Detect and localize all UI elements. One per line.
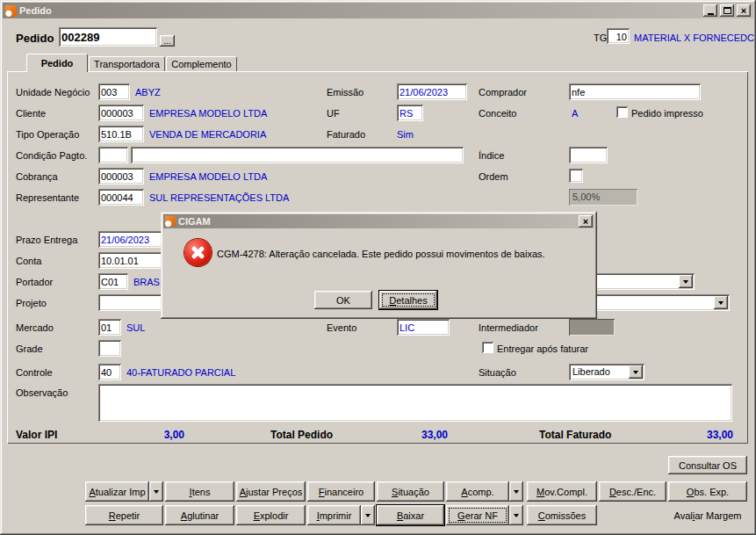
browse-button[interactable]: ...	[160, 35, 175, 47]
observacao-textarea[interactable]	[98, 384, 732, 422]
conceito-label: Conceito	[479, 108, 516, 119]
dialog-message: CGM-4278: Alteração cancelada. Este pedi…	[217, 249, 588, 259]
gerar-nf-button[interactable]: Gerar NF	[446, 505, 509, 525]
acomp-dropdown-button[interactable]	[509, 481, 523, 502]
unidade-negocio-input[interactable]	[98, 83, 130, 100]
portador-label: Portador	[16, 277, 53, 287]
portador-input[interactable]	[98, 273, 128, 290]
tab-complemento[interactable]: Complemento	[166, 56, 237, 71]
prazo-entrega-input[interactable]	[98, 231, 169, 248]
mercado-input[interactable]	[98, 319, 121, 336]
situacao-dropdown[interactable]: Liberado	[569, 364, 644, 380]
intermediador-label: Intermediador	[479, 322, 538, 333]
cobranca-desc: EMPRESA MODELO LTDA	[149, 171, 267, 182]
financeiro-button[interactable]: Financeiro	[307, 481, 375, 502]
repetir-button[interactable]: Repetir	[85, 505, 163, 525]
situacao-label: Situação	[479, 367, 516, 378]
ajustar-precos-button[interactable]: Ajustar Preços	[236, 481, 306, 502]
conta-label: Conta	[16, 256, 41, 266]
condicao-pagto-code-input[interactable]	[98, 147, 128, 163]
close-button[interactable]: ×	[737, 4, 751, 17]
minimize-button[interactable]	[703, 4, 717, 17]
comissao-field: 5,00%	[569, 189, 637, 206]
mercado-desc: SUL	[126, 322, 145, 333]
prazo-entrega-label: Prazo Entrega	[16, 235, 77, 245]
tg-label: TG	[594, 33, 607, 43]
total-pedido-label: Total Pedido	[270, 429, 333, 441]
tipo-operacao-input[interactable]	[98, 126, 144, 142]
atualizar-imp-dropdown-button[interactable]	[149, 481, 163, 502]
baixar-button[interactable]: Baixar	[377, 505, 444, 525]
maximize-button[interactable]	[720, 4, 734, 17]
pedido-number-input[interactable]	[59, 27, 157, 47]
observacao-label: Observação	[16, 387, 68, 398]
evento-input[interactable]	[397, 319, 450, 336]
entregar-apos-faturar-checkbox[interactable]	[482, 342, 493, 353]
representante-input[interactable]	[98, 189, 144, 206]
ok-button[interactable]: OK	[314, 291, 372, 309]
obs-exp-button[interactable]: Obs. Exp.	[668, 481, 747, 502]
dialog-close-button[interactable]: ×	[579, 215, 593, 228]
chevron-down-icon	[718, 301, 724, 305]
gerar-nf-dropdown-button[interactable]	[509, 505, 523, 525]
indice-label: Índice	[479, 150, 504, 161]
condicao-pagto-desc-input[interactable]	[131, 147, 464, 163]
tipo-operacao-label: Tipo Operação	[16, 129, 79, 140]
grade-label: Grade	[16, 343, 43, 354]
cobranca-label: Cobrança	[16, 171, 58, 182]
uf-input[interactable]	[397, 105, 423, 121]
controle-input[interactable]	[98, 364, 121, 380]
situacao-button[interactable]: Situação	[377, 481, 444, 502]
detalhes-button[interactable]: Detalhes	[379, 291, 437, 309]
aglutinar-button[interactable]: Aglutinar	[165, 505, 234, 525]
situacao-dropdown-value: Liberado	[572, 366, 610, 377]
tab-pedido[interactable]: Pedido	[26, 54, 88, 72]
intermediador-field	[569, 319, 615, 336]
mercado-label: Mercado	[16, 322, 54, 333]
cobranca-input[interactable]	[98, 168, 144, 184]
comprador-label: Comprador	[479, 87, 527, 98]
unidade-negocio-label: Unidade Negócio	[16, 87, 90, 98]
chevron-down-icon	[365, 514, 371, 517]
consultar-os-button[interactable]: Consultar OS	[668, 456, 747, 474]
dialog-titlebar: CIGAM ×	[163, 214, 594, 228]
imprimir-button[interactable]: Imprimir	[307, 505, 361, 525]
minimize-icon	[708, 13, 714, 15]
comissoes-button[interactable]: Comissões	[527, 505, 597, 525]
acomp-button[interactable]: Acomp.	[446, 481, 509, 502]
portador-row-dropdown-arrow[interactable]	[679, 275, 693, 288]
conta-input[interactable]	[98, 252, 169, 269]
comprador-input[interactable]	[569, 83, 701, 100]
emissao-input[interactable]	[397, 83, 467, 100]
cliente-label: Cliente	[16, 108, 46, 119]
explodir-button[interactable]: Explodir	[236, 505, 306, 525]
chevron-down-icon	[514, 490, 519, 494]
indice-input[interactable]	[569, 147, 608, 163]
itens-button[interactable]: Itens	[165, 481, 234, 502]
total-pedido-value: 33,00	[395, 429, 448, 441]
valor-ipi-value: 3,00	[132, 429, 184, 441]
dialog-title: CIGAM	[178, 216, 576, 227]
app-icon	[5, 5, 17, 17]
situacao-dropdown-arrow[interactable]	[629, 365, 643, 379]
mov-compl-button[interactable]: Mov.Compl.	[527, 481, 597, 502]
tg-input[interactable]	[607, 28, 630, 44]
pedido-impresso-label: Pedido impresso	[631, 108, 703, 119]
projeto-dropdown-arrow[interactable]	[714, 296, 728, 309]
chevron-down-icon	[154, 490, 159, 494]
pedido-window: Pedido × Pedido ... TG MATERIAL X FORNEC…	[0, 0, 756, 535]
desc-enc-button[interactable]: Desc./Enc.	[599, 481, 666, 502]
maximize-icon	[724, 7, 731, 14]
pedido-impresso-checkbox[interactable]	[616, 106, 628, 118]
cliente-desc: EMPRESA MODELO LTDA	[149, 108, 267, 119]
grade-input[interactable]	[98, 340, 121, 357]
tab-transportadora[interactable]: Transportadora	[89, 56, 165, 71]
ordem-label: Ordem	[479, 171, 508, 182]
imprimir-dropdown-button[interactable]	[361, 505, 375, 525]
cliente-input[interactable]	[98, 105, 144, 121]
ordem-input[interactable]	[569, 169, 583, 183]
error-icon	[184, 239, 212, 266]
tg-description: MATERIAL X FORNECEDC	[634, 33, 754, 43]
atualizar-imp-button[interactable]: Atualizar Imp	[85, 481, 149, 502]
avaliar-margem-button[interactable]: Avaliar Margem	[668, 505, 747, 525]
